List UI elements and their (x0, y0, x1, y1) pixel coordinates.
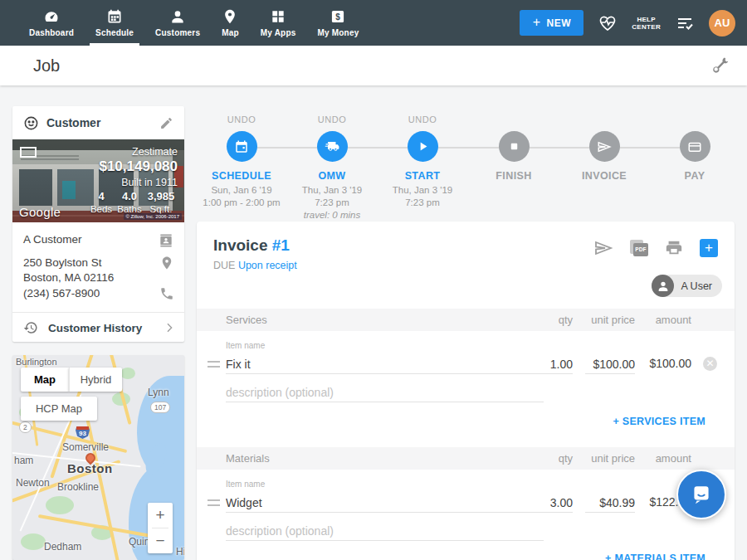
customer-phone-row: (234) 567-8900 (23, 286, 174, 301)
top-nav-bar: Dashboard Schedule Customers Map My A (0, 0, 747, 46)
nav-item-my-money[interactable]: $ My Money (306, 0, 369, 46)
checklist-icon[interactable] (675, 13, 695, 33)
help-center-link[interactable]: HELP CENTER (632, 16, 661, 31)
edit-pencil-icon[interactable] (159, 116, 173, 130)
nav-item-schedule[interactable]: Schedule (85, 0, 144, 46)
built-year: Built in 1911 (121, 177, 178, 188)
nav-label: Map (222, 28, 239, 37)
drag-handle-icon[interactable] (208, 361, 220, 368)
plus-icon: + (533, 15, 541, 30)
history-clock-icon (23, 320, 38, 335)
property-photo[interactable]: Zestimate $10,149,080 Built in 1911 4 Be… (12, 139, 184, 222)
unit-price-column-header: unit price (591, 452, 635, 465)
step-label: FINISH (464, 170, 564, 182)
invoice-number[interactable]: #1 (272, 236, 290, 254)
invoice-due: DUE Upon receipt (213, 260, 297, 271)
material-qty-input[interactable] (523, 493, 573, 513)
step-dates: Thu, Jan 3 '19 7:23 pm travel: 0 mins (282, 184, 382, 222)
map-label-newton: Newton (16, 477, 50, 489)
assignee-chip[interactable]: A User (652, 275, 722, 297)
zestimate-value: $10,149,080 (99, 158, 178, 175)
location-map[interactable]: Burlington Lynn 107 2 93 Somerville ham … (12, 355, 184, 560)
service-qty-input[interactable] (523, 354, 573, 374)
service-amount: $100.00 (649, 357, 691, 370)
step-schedule: UNDO SCHEDULE Sun, Jan 6 '19 1:00 pm - 2… (192, 114, 291, 209)
add-invoice-button[interactable]: + (700, 239, 718, 257)
customer-card-title: Customer (46, 116, 152, 129)
apps-grid-icon (270, 8, 286, 25)
map-zoom-control: + − (148, 503, 173, 553)
service-description-input[interactable] (226, 382, 544, 402)
step-finish: FINISH (464, 114, 564, 182)
user-avatar[interactable]: AU (709, 10, 735, 37)
invoice-step-button[interactable] (589, 131, 620, 162)
add-materials-item-link[interactable]: + MATERIALS ITEM (605, 553, 706, 560)
nav-item-my-apps[interactable]: My Apps (250, 0, 307, 46)
map-park (21, 533, 46, 550)
nav-right-group: + NEW HELP CENTER AU (520, 0, 735, 46)
due-value-link[interactable]: Upon receipt (238, 260, 297, 271)
route-2-badge: 2 (19, 421, 32, 433)
money-dollar-icon: $ (330, 8, 346, 25)
customer-card-header: Customer (12, 106, 184, 139)
delete-service-item-icon[interactable]: ✕ (703, 357, 717, 371)
nav-item-customers[interactable]: Customers (144, 0, 211, 46)
material-description-input[interactable] (226, 521, 544, 541)
print-icon[interactable] (665, 239, 683, 257)
undo-spacer (645, 114, 745, 125)
service-unit-price-input[interactable] (585, 354, 635, 374)
schedule-step-button[interactable] (227, 131, 257, 162)
due-label: DUE (213, 260, 235, 271)
chevron-right-icon (163, 321, 176, 334)
zillow-copyright: © Zillow, Inc. 2006-2017 (124, 213, 182, 220)
customer-address: 250 Boylston St Boston, MA 02116 (23, 256, 159, 285)
pay-step-button[interactable] (680, 131, 710, 162)
map-label-somerville: Somerville (62, 441, 109, 453)
assignee-avatar-icon (652, 275, 674, 297)
contact-card-icon[interactable] (158, 232, 174, 249)
nav-item-map[interactable]: Map (211, 0, 250, 46)
calendar-icon (234, 139, 249, 154)
material-unit-price-input[interactable] (585, 493, 635, 513)
map-label-burlington: Burlington (16, 357, 57, 367)
nav-item-dashboard[interactable]: Dashboard (18, 0, 85, 46)
invoice-actions: PDF + (593, 238, 718, 258)
pdf-icon[interactable]: PDF (630, 240, 648, 256)
drag-handle-icon[interactable] (208, 499, 220, 506)
map-type-hybrid-button[interactable]: Hybrid (69, 368, 122, 392)
streetview-flag-icon (20, 147, 37, 158)
item-name-label: Item name (226, 480, 265, 489)
nav-label: My Money (317, 28, 359, 37)
finish-step-button[interactable] (499, 131, 530, 162)
customer-history-link[interactable]: Customer History (23, 320, 176, 335)
customer-card: Customer Zestimate $10,149,080 Built in … (12, 106, 184, 342)
material-item-name-input[interactable] (226, 493, 544, 513)
health-heart-pulse-icon[interactable] (598, 13, 618, 33)
send-plane-icon (597, 139, 612, 154)
nav-label: Customers (155, 28, 200, 37)
omw-step-button[interactable] (317, 131, 348, 162)
map-type-map-button[interactable]: Map (21, 368, 69, 392)
svg-text:$: $ (336, 12, 341, 22)
start-step-button[interactable] (408, 131, 438, 162)
chat-messenger-button[interactable] (676, 470, 726, 519)
undo-start-link[interactable]: UNDO (373, 114, 472, 125)
step-start: UNDO START Thu, Jan 3 '19 7:23 pm (373, 114, 472, 209)
undo-omw-link[interactable]: UNDO (282, 114, 382, 125)
new-button[interactable]: + NEW (520, 10, 583, 36)
zoom-out-button[interactable]: − (148, 528, 173, 553)
step-omw: UNDO OMW Thu, Jan 3 '19 7:23 pm travel: … (282, 114, 382, 222)
add-services-item-link[interactable]: + SERVICES ITEM (613, 416, 706, 427)
zestimate-label: Zestimate (132, 146, 178, 158)
phone-icon[interactable] (159, 286, 174, 301)
hcp-map-button[interactable]: HCP Map (21, 397, 97, 421)
location-pin-icon[interactable] (159, 256, 174, 270)
invoice-card: Invoice #1 DUE Upon receipt PDF + A User… (197, 222, 735, 560)
zoom-in-button[interactable]: + (148, 503, 173, 528)
service-item-name-input[interactable] (226, 354, 544, 374)
step-label: PAY (645, 170, 745, 182)
amount-column-header: amount (656, 452, 691, 465)
send-invoice-icon[interactable] (593, 238, 613, 258)
job-settings-wrench-icon[interactable] (710, 56, 729, 74)
undo-schedule-link[interactable]: UNDO (192, 114, 291, 125)
